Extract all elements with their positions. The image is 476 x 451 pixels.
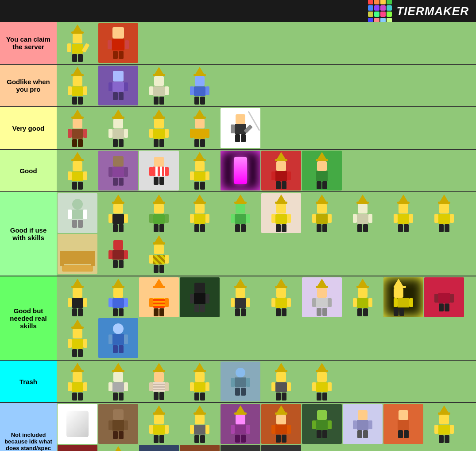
list-item[interactable]	[139, 362, 179, 401]
list-item[interactable]	[98, 404, 138, 444]
list-item[interactable]	[180, 277, 220, 317]
list-item[interactable]	[139, 66, 179, 105]
list-item[interactable]	[139, 108, 179, 148]
list-item[interactable]	[98, 277, 138, 317]
list-item[interactable]	[343, 193, 383, 233]
list-item[interactable]: item	[261, 445, 301, 451]
header: TiERMAKER	[0, 0, 476, 22]
tier-row-good: Good	[0, 150, 476, 192]
list-item[interactable]	[98, 362, 138, 401]
list-item[interactable]	[58, 362, 97, 401]
logo-cell	[380, 5, 386, 11]
list-item[interactable]	[139, 151, 179, 191]
tier-label-claim: You can claim the server	[0, 22, 57, 64]
list-item[interactable]	[58, 277, 97, 317]
list-item[interactable]	[221, 151, 260, 191]
list-item[interactable]	[221, 277, 260, 317]
tier-label-goodskills: Good if use with skills	[0, 192, 57, 276]
list-item[interactable]	[343, 277, 383, 317]
list-item[interactable]	[98, 108, 138, 148]
list-item[interactable]	[383, 277, 423, 317]
list-item[interactable]: item	[221, 445, 260, 451]
tier-label-notincluded: Not included because idk what does stand…	[0, 403, 57, 451]
list-item[interactable]	[180, 108, 220, 148]
list-item[interactable]	[221, 404, 260, 444]
list-item[interactable]	[383, 404, 423, 444]
tier-items-goodskills	[57, 192, 476, 276]
list-item[interactable]	[98, 234, 138, 274]
logo-cell	[368, 12, 373, 17]
list-item[interactable]	[98, 23, 138, 63]
logo-cell	[374, 5, 379, 11]
logo-cell	[374, 12, 379, 17]
list-item[interactable]	[98, 151, 138, 191]
list-item[interactable]: StandDX	[139, 445, 179, 451]
logo-grid-icon	[368, 0, 392, 23]
tier-row-goodskills: Good if use with skills	[0, 192, 476, 276]
logo-cell	[387, 12, 392, 17]
list-item[interactable]	[343, 404, 383, 444]
tier-row-goodreal: Good but needed real skills	[0, 276, 476, 361]
tiermaker-logo: TiERMAKER	[368, 0, 469, 23]
list-item[interactable]	[139, 234, 179, 274]
tier-row-notincluded: Not included because idk what does stand…	[0, 403, 476, 451]
list-item[interactable]	[424, 277, 464, 317]
list-item[interactable]	[58, 193, 97, 233]
list-item[interactable]	[302, 362, 342, 401]
list-item[interactable]	[58, 151, 97, 191]
list-item[interactable]	[58, 66, 97, 105]
logo-cell	[368, 5, 373, 11]
tier-label-godlike: Godlike when you pro	[0, 65, 57, 106]
list-item[interactable]	[58, 404, 97, 444]
tier-label-goodreal: Good but needed real skills	[0, 276, 57, 360]
list-item[interactable]	[139, 404, 179, 444]
list-item[interactable]	[180, 151, 220, 191]
list-item[interactable]	[261, 404, 301, 444]
list-item[interactable]	[261, 151, 301, 191]
list-item[interactable]	[58, 108, 97, 148]
list-item[interactable]	[302, 151, 342, 191]
list-item[interactable]	[58, 234, 97, 274]
list-item[interactable]	[221, 108, 260, 148]
list-item[interactable]	[221, 193, 260, 233]
tier-row-godlike: Godlike when you pro	[0, 65, 476, 107]
list-item[interactable]	[98, 445, 138, 451]
list-item[interactable]	[58, 318, 97, 358]
logo-cell	[380, 0, 386, 4]
tier-items-claim	[57, 22, 476, 64]
list-item[interactable]	[180, 193, 220, 233]
list-item[interactable]	[261, 193, 301, 233]
list-item[interactable]	[180, 445, 220, 451]
list-item[interactable]	[180, 404, 220, 444]
list-item[interactable]	[58, 23, 97, 63]
tier-items-goodreal	[57, 276, 476, 360]
list-item[interactable]	[180, 362, 220, 401]
list-item[interactable]	[261, 362, 301, 401]
list-item[interactable]	[261, 277, 301, 317]
logo-cell	[380, 12, 386, 17]
list-item[interactable]	[424, 193, 464, 233]
logo-cell	[387, 0, 392, 4]
list-item[interactable]	[302, 193, 342, 233]
tier-items-trash	[57, 361, 476, 402]
list-item[interactable]	[139, 277, 179, 317]
list-item[interactable]	[98, 66, 138, 105]
tier-label-verygood: Very good	[0, 107, 57, 149]
list-item[interactable]	[98, 318, 138, 358]
list-item[interactable]	[180, 66, 220, 105]
tier-row-trash: Trash	[0, 361, 476, 403]
list-item[interactable]	[139, 193, 179, 233]
tier-row-verygood: Very good	[0, 107, 476, 150]
list-item[interactable]	[58, 445, 97, 451]
tier-label-good: Good	[0, 150, 57, 191]
list-item[interactable]	[221, 362, 260, 401]
tier-items-godlike	[57, 65, 476, 106]
logo-cell	[374, 0, 379, 4]
logo-cell	[368, 0, 373, 4]
list-item[interactable]	[383, 193, 423, 233]
list-item[interactable]	[424, 404, 464, 444]
tier-items-notincluded: StandDX item	[57, 403, 476, 451]
list-item[interactable]	[98, 193, 138, 233]
list-item[interactable]	[302, 404, 342, 444]
list-item[interactable]	[302, 277, 342, 317]
